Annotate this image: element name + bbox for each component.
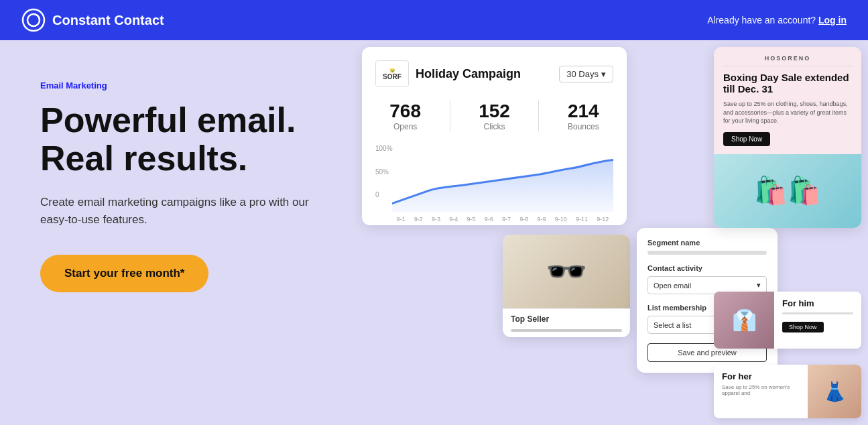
product-card: 🕶️ Top Seller (503, 235, 630, 337)
woman-icon: 👗 (823, 381, 847, 403)
days-badge-button[interactable]: 30 Days ▾ (559, 66, 613, 82)
stat-divider-1 (450, 101, 450, 131)
svg-point-0 (23, 9, 44, 31)
for-him-bar (782, 312, 853, 314)
chevron-down-icon: ▾ (757, 281, 761, 290)
logo-area: Constant Contact (21, 8, 164, 32)
campaign-chart: 100% 50% 0 9-1 9-2 (375, 145, 613, 212)
stat-divider-2 (538, 101, 539, 131)
campaign-header: 👑 SORF Holiday Campaign 30 Days ▾ (375, 60, 613, 87)
left-content: Email Marketing Powerful email. Real res… (0, 40, 349, 425)
chart-svg (375, 145, 613, 212)
stat-opens: 768 Opens (389, 101, 421, 131)
campaign-card: 👑 SORF Holiday Campaign 30 Days ▾ 768 Op… (362, 47, 627, 225)
stat-clicks-label: Clicks (479, 122, 510, 131)
chart-y-0: 0 (375, 191, 393, 198)
stat-clicks: 152 Clicks (479, 101, 510, 131)
chevron-down-icon: ▾ (601, 69, 606, 79)
shopping-bags-icon: 🛍️🛍️ (754, 175, 821, 206)
category-label: Email Marketing (40, 80, 322, 90)
boxing-header-section: HOSORENO Boxing Day Sale extended till D… (714, 47, 861, 154)
stat-opens-label: Opens (389, 122, 421, 131)
chart-y-100: 100% (375, 145, 393, 152)
header-right: Already have an account? Log in (707, 15, 847, 25)
stat-bounces-number: 214 (568, 101, 599, 122)
for-her-content: For her Save up to 25% on women's appare… (714, 365, 808, 418)
right-content: 👑 SORF Holiday Campaign 30 Days ▾ 768 Op… (349, 40, 868, 425)
boxing-description: Save up to 25% on clothing, shoes, handb… (723, 100, 852, 125)
for-her-description: Save up to 25% on women's apparel and (722, 384, 800, 396)
person-icon: 👔 (732, 308, 757, 332)
contact-activity-label: Contact activity (647, 264, 767, 272)
boxing-brand-logo: HOSORENO (723, 55, 852, 66)
logo-text: Constant Contact (52, 13, 164, 28)
cta-button[interactable]: Start your free month* (40, 255, 208, 292)
stat-opens-number: 768 (389, 101, 421, 122)
campaign-logo-area: 👑 SORF Holiday Campaign (375, 60, 521, 87)
for-him-shop-button[interactable]: Shop Now (782, 322, 824, 332)
for-him-image: 👔 (714, 292, 774, 349)
for-her-image: 👗 (808, 365, 861, 418)
boxing-title: Boxing Day Sale extended till Dec. 31 (723, 72, 852, 95)
sub-text: Create email marketing campaigns like a … (40, 194, 322, 228)
for-him-title: For him (782, 298, 853, 308)
for-him-content: For him Shop Now (774, 292, 861, 349)
boxing-shop-now-button[interactable]: Shop Now (723, 132, 770, 146)
glasses-icon: 🕶️ (546, 252, 587, 291)
account-prompt: Already have an account? (707, 15, 816, 25)
chart-y-labels: 100% 50% 0 (375, 145, 393, 198)
login-link[interactable]: Log in (818, 15, 847, 25)
stat-bounces-label: Bounces (568, 122, 599, 131)
campaign-title: Holiday Campaign (416, 67, 521, 81)
main-section: Email Marketing Powerful email. Real res… (0, 40, 868, 425)
boxing-day-card: HOSORENO Boxing Day Sale extended till D… (714, 47, 861, 228)
segment-name-label: Segment name (647, 239, 767, 247)
segment-bar (511, 329, 622, 332)
chart-x-labels: 9-1 9-2 9-3 9-4 9-5 9-6 9-7 9-8 9-9 9-10… (375, 216, 613, 223)
header: Constant Contact Already have an account… (0, 0, 868, 40)
stat-bounces: 214 Bounces (568, 101, 599, 131)
for-him-card: 👔 For him Shop Now (714, 292, 861, 349)
top-seller-label: Top Seller (503, 308, 630, 329)
segment-name-input-bar (647, 251, 767, 255)
for-her-title: For her (722, 371, 800, 381)
for-her-card: For her Save up to 25% on women's appare… (714, 365, 861, 418)
boxing-image: 🛍️🛍️ (714, 154, 861, 228)
chart-y-50: 50% (375, 168, 393, 176)
constant-contact-logo-icon (21, 8, 46, 32)
product-image: 🕶️ (503, 235, 630, 308)
sorf-logo: 👑 SORF (375, 60, 409, 87)
stats-row: 768 Opens 152 Clicks 214 Bounces (375, 101, 613, 131)
main-headline: Powerful email. Real results. (40, 101, 322, 178)
stat-clicks-number: 152 (479, 101, 510, 122)
